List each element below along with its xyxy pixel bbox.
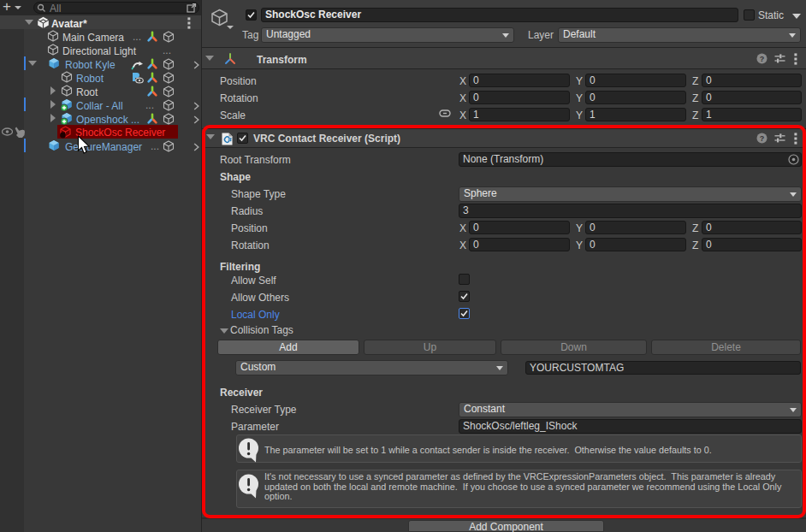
svg-text:?: ? bbox=[760, 55, 765, 63]
